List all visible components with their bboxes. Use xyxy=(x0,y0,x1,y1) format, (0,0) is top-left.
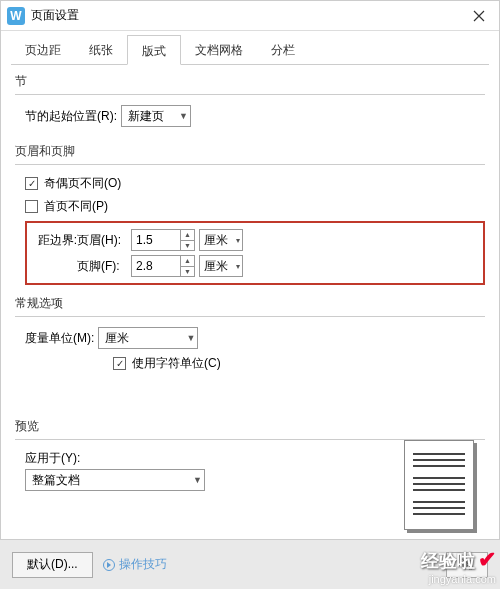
close-button[interactable] xyxy=(459,1,499,31)
header-distance-input[interactable]: 1.5 ▲▼ xyxy=(131,229,195,251)
header-footer-group: 页眉和页脚 ✓ 奇偶页不同(O) 首页不同(P) 距边界: 页眉(H): 1.5… xyxy=(15,143,485,285)
content-area: 节 节的起始位置(R): 新建页 ▼ 页眉和页脚 ✓ 奇偶页不同(O) 首页不同… xyxy=(1,65,499,497)
distance-highlight: 距边界: 页眉(H): 1.5 ▲▼ 厘米▾ 页脚(F): 2.8 ▲▼ xyxy=(25,221,485,285)
tab-margins[interactable]: 页边距 xyxy=(11,35,75,65)
header-distance-value: 1.5 xyxy=(136,233,153,247)
play-icon xyxy=(103,559,115,571)
page-preview xyxy=(404,440,474,530)
dialog-footer: 默认(D)... 操作技巧 确 xyxy=(0,539,500,589)
chevron-down-icon: ▾ xyxy=(236,236,240,245)
general-group: 常规选项 度量单位(M): 厘米 ▼ ✓ 使用字符单位(C) xyxy=(15,295,485,378)
section-start-label: 节的起始位置(R): xyxy=(25,108,117,125)
header-unit-select[interactable]: 厘米▾ xyxy=(199,229,243,251)
tips-label: 操作技巧 xyxy=(119,556,167,573)
footer-unit-value: 厘米 xyxy=(204,258,228,275)
footer-distance-value: 2.8 xyxy=(136,259,153,273)
arrow-down-icon[interactable]: ▼ xyxy=(180,267,194,277)
apply-label: 应用于(Y): xyxy=(25,450,80,467)
tab-grid[interactable]: 文档网格 xyxy=(181,35,257,65)
general-legend: 常规选项 xyxy=(15,295,485,312)
section-start-select[interactable]: 新建页 ▼ xyxy=(121,105,191,127)
char-unit-checkbox[interactable]: ✓ xyxy=(113,357,126,370)
section-group: 节 节的起始位置(R): 新建页 ▼ xyxy=(15,73,485,133)
first-page-checkbox[interactable] xyxy=(25,200,38,213)
header-distance-label: 页眉(H): xyxy=(77,232,127,249)
section-legend: 节 xyxy=(15,73,485,90)
apply-value: 整篇文档 xyxy=(32,472,80,489)
ok-button[interactable]: 确 xyxy=(446,552,488,578)
footer-distance-input[interactable]: 2.8 ▲▼ xyxy=(131,255,195,277)
unit-select[interactable]: 厘米 ▼ xyxy=(98,327,198,349)
chevron-down-icon: ▼ xyxy=(193,475,202,485)
spinner-arrows[interactable]: ▲▼ xyxy=(180,256,194,276)
tab-bar: 页边距 纸张 版式 文档网格 分栏 xyxy=(11,35,489,65)
tab-paper[interactable]: 纸张 xyxy=(75,35,127,65)
footer-unit-select[interactable]: 厘米▾ xyxy=(199,255,243,277)
unit-value: 厘米 xyxy=(105,330,129,347)
tab-columns[interactable]: 分栏 xyxy=(257,35,309,65)
default-button[interactable]: 默认(D)... xyxy=(12,552,93,578)
tab-layout[interactable]: 版式 xyxy=(127,35,181,65)
preview-legend: 预览 xyxy=(15,418,485,435)
arrow-down-icon[interactable]: ▼ xyxy=(180,241,194,251)
char-unit-label: 使用字符单位(C) xyxy=(132,355,221,372)
header-footer-legend: 页眉和页脚 xyxy=(15,143,485,160)
chevron-down-icon: ▼ xyxy=(179,111,188,121)
unit-label: 度量单位(M): xyxy=(25,330,94,347)
spinner-arrows[interactable]: ▲▼ xyxy=(180,230,194,250)
footer-distance-label: 页脚(F): xyxy=(77,258,127,275)
chevron-down-icon: ▼ xyxy=(186,333,195,343)
odd-even-label: 奇偶页不同(O) xyxy=(44,175,121,192)
distance-prefix: 距边界: xyxy=(33,232,77,249)
chevron-down-icon: ▾ xyxy=(236,262,240,271)
close-icon xyxy=(473,10,485,22)
window-title: 页面设置 xyxy=(31,7,459,24)
arrow-up-icon[interactable]: ▲ xyxy=(180,230,194,241)
header-unit-value: 厘米 xyxy=(204,232,228,249)
arrow-up-icon[interactable]: ▲ xyxy=(180,256,194,267)
first-page-label: 首页不同(P) xyxy=(44,198,108,215)
section-start-value: 新建页 xyxy=(128,108,164,125)
title-bar: W 页面设置 xyxy=(1,1,499,31)
app-icon: W xyxy=(7,7,25,25)
odd-even-checkbox[interactable]: ✓ xyxy=(25,177,38,190)
tips-link[interactable]: 操作技巧 xyxy=(103,556,167,573)
apply-select[interactable]: 整篇文档 ▼ xyxy=(25,469,205,491)
